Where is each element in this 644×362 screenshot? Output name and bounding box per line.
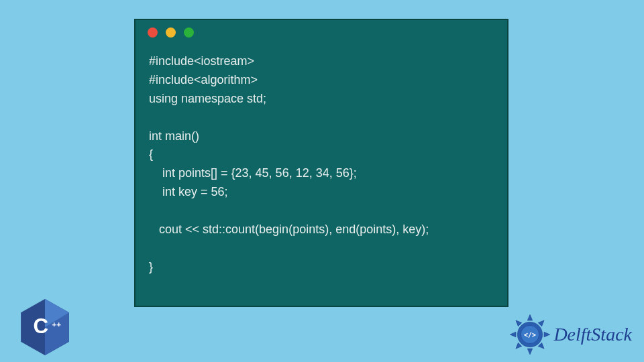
window-titlebar (136, 20, 507, 44)
svg-marker-9 (539, 343, 546, 350)
code-line: cout << std::count(begin(points), end(po… (149, 223, 429, 236)
svg-text:</>: </> (524, 331, 536, 339)
code-line: #include<iostream> (149, 54, 254, 68)
delftstack-brand-text: DelftStack (553, 324, 632, 345)
delftstack-logo: </> DelftStack (509, 314, 632, 355)
delftstack-icon: </> (509, 314, 551, 355)
svg-marker-7 (539, 318, 546, 326)
maximize-icon (184, 27, 194, 38)
minimize-icon (166, 27, 176, 38)
svg-marker-13 (515, 318, 522, 326)
code-window: #include<iostream> #include<algorithm> u… (134, 19, 508, 307)
cpp-language-icon: C ++ (19, 298, 71, 357)
svg-text:++: ++ (52, 320, 61, 328)
svg-marker-8 (544, 332, 550, 337)
code-line: int points[] = {23, 45, 56, 12, 34, 56}; (149, 166, 357, 180)
svg-marker-6 (528, 314, 533, 320)
code-line: using namespace std; (149, 92, 266, 105)
svg-marker-11 (515, 343, 522, 350)
svg-marker-12 (511, 332, 517, 337)
code-line: int main() (149, 129, 199, 143)
code-line: int key = 56; (149, 185, 228, 198)
svg-marker-10 (528, 349, 533, 355)
close-icon (148, 27, 158, 38)
code-line: { (149, 147, 153, 161)
code-block: #include<iostream> #include<algorithm> u… (136, 44, 507, 277)
code-line: } (149, 260, 153, 274)
code-line: #include<algorithm> (149, 73, 258, 86)
svg-text:C: C (33, 314, 48, 338)
